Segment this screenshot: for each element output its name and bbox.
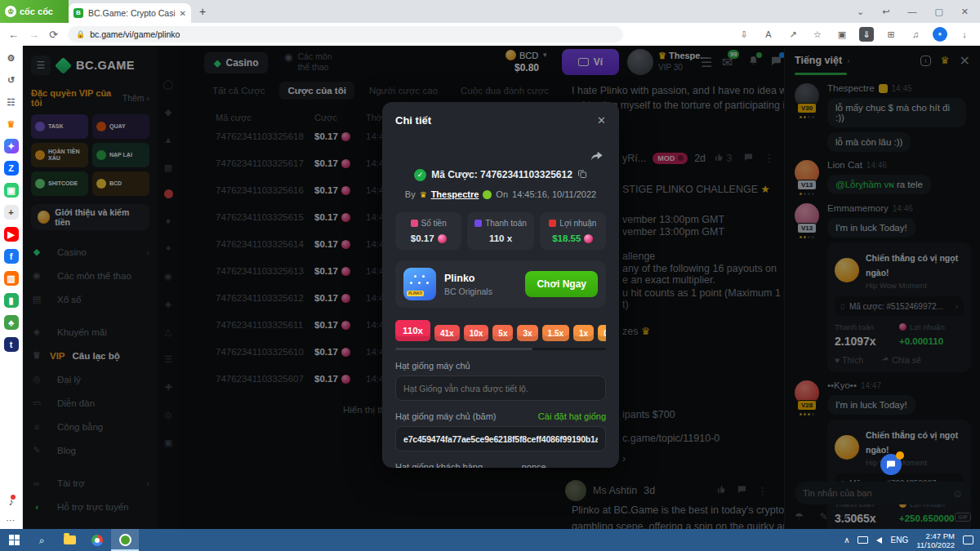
multiplier-chip[interactable]: 3x <box>517 325 537 341</box>
browser-sidebar-icon[interactable]: ⚙ <box>4 51 19 65</box>
game-provider: BC Originals <box>444 287 492 296</box>
tab-close-icon[interactable]: ✕ <box>180 9 186 18</box>
bet-id-value: 74762341103325612 <box>480 169 572 180</box>
browser-sidebar-icon[interactable]: ☷ <box>4 95 19 109</box>
profit-icon <box>549 220 556 227</box>
browser-sidebar: ⚙↺☷♛✦Z▣+▶f▥▮♣t ♪ ⋯ <box>0 46 23 529</box>
bet-datetime: 14:45:16, 10/11/2022 <box>512 189 596 199</box>
multiplier-chip[interactable]: 1.5x <box>542 325 569 341</box>
back-button[interactable]: ← <box>8 29 19 41</box>
tab-strip: ♔ cốc cốc B BC.Game: Crypto Casino Gan ✕… <box>0 0 980 23</box>
multiplier-chip[interactable]: 5x <box>492 325 513 341</box>
chrome-icon[interactable] <box>83 529 111 551</box>
browser-sidebar-icon[interactable]: Z <box>4 161 19 176</box>
bet-details-modal: Chi tiết ✕ ✓ Mã Cược: 74762341103325612 … <box>382 102 619 468</box>
modal-close-icon[interactable]: ✕ <box>597 114 606 127</box>
frog-emoji-icon <box>483 190 492 199</box>
browser-sidebar-icon[interactable]: f <box>4 249 19 264</box>
toolbar-icon[interactable]: ☆ <box>810 27 825 42</box>
taskbar-search-icon[interactable]: ⌕ <box>28 529 56 551</box>
stat-value: 110 x <box>470 233 530 243</box>
reload-button[interactable]: ⟳ <box>49 29 58 41</box>
browser-sidebar-icon[interactable]: ▮ <box>4 293 19 308</box>
bcd-coin-icon <box>584 234 593 243</box>
bcd-coin-icon <box>438 234 447 243</box>
multiplier-chip[interactable]: 10x <box>464 325 489 341</box>
browser-sidebar-icon[interactable]: ▶ <box>4 227 19 242</box>
window-maximize-button[interactable]: ▢ <box>934 7 942 17</box>
browser-toolbar: ← → ⟳ 🔒 bc.game/vi/game/plinko ⇩A↗☆▣⇓⊞♫●… <box>0 23 980 46</box>
game-name: Plinko <box>444 273 492 284</box>
tab-search-icon[interactable]: ⌄ <box>857 7 864 17</box>
new-tab-button[interactable]: + <box>199 5 206 18</box>
server-seed-input[interactable] <box>403 384 598 393</box>
toolbar-icon[interactable]: ↗ <box>786 27 800 42</box>
multiplier-chip[interactable]: 0.5x <box>598 325 606 341</box>
stat-box: Lợi nhuận$18.55 <box>540 212 606 250</box>
seed-settings-link[interactable]: Cài đặt hạt giống <box>538 411 606 421</box>
unread-badge <box>896 451 904 460</box>
notifications-bell-icon[interactable]: ♪ <box>9 496 14 508</box>
browser-sidebar-icon[interactable]: ↺ <box>4 73 19 87</box>
bettor-username-link[interactable]: Thespectre <box>431 189 479 199</box>
toolbar-icon[interactable]: ⇩ <box>737 27 751 42</box>
browser-sidebar-icon[interactable]: t <box>4 337 19 352</box>
bcgame-app: ☰ BC.GAME Đặc quyền VIP của tôi Thêm › T… <box>23 46 980 529</box>
tab-title: BC.Game: Crypto Casino Gan <box>88 8 175 18</box>
browser-sidebar-icon[interactable]: ✦ <box>4 139 19 153</box>
multiplier-chip[interactable]: 110x <box>395 320 430 341</box>
clock[interactable]: 2:47 PM 11/10/2022 <box>916 531 955 549</box>
tray-expand-icon[interactable]: ∧ <box>844 535 849 544</box>
language-indicator[interactable]: ENG <box>890 535 908 544</box>
window-minimize-button[interactable]: — <box>907 7 916 16</box>
forward-button[interactable]: → <box>29 29 39 41</box>
toolbar-icon[interactable]: ♫ <box>908 27 923 42</box>
server-seed-hash-field[interactable] <box>395 426 606 451</box>
reopen-tab-icon[interactable]: ↩ <box>882 7 889 17</box>
window-close-button[interactable]: ✕ <box>961 7 969 17</box>
client-seed-label: Hạt giống khách hàng <box>395 462 483 468</box>
action-center-icon[interactable] <box>963 535 973 544</box>
server-seed-hash-label: Hạt giống máy chủ (băm) <box>395 411 497 421</box>
lock-icon: 🔒 <box>76 30 85 38</box>
browser-tab[interactable]: B BC.Game: Crypto Casino Gan ✕ <box>69 3 191 23</box>
browser-sidebar-icon[interactable]: ♛ <box>4 117 19 131</box>
browser-sidebar-icon[interactable]: ▣ <box>4 183 19 198</box>
toolbar-icon[interactable]: ↓ <box>957 27 972 42</box>
start-button[interactable] <box>0 529 28 551</box>
server-seed-hash-input[interactable] <box>403 434 598 444</box>
volume-icon[interactable] <box>876 537 882 544</box>
stat-value: $18.55 <box>543 233 603 243</box>
plinko-game-icon[interactable]: PLINKO <box>403 268 436 300</box>
toolbar-icon[interactable]: ⊞ <box>884 27 898 42</box>
browser-sidebar-icon[interactable]: ▥ <box>4 271 19 286</box>
windows-taskbar: ⌕ ∧ ENG 2:47 PM 11/10/2022 <box>0 529 980 551</box>
crown-icon: ♛ <box>420 190 427 199</box>
file-explorer-icon[interactable] <box>56 529 83 551</box>
verified-check-icon: ✓ <box>414 169 426 181</box>
coccoc-taskbar-icon[interactable] <box>111 529 139 551</box>
sidebar-more-icon[interactable]: ⋯ <box>7 515 16 526</box>
browser-sidebar-icon[interactable]: ♣ <box>4 315 19 330</box>
brand-label: cốc cốc <box>20 7 53 16</box>
toolbar-icon[interactable]: A <box>761 27 776 42</box>
copy-icon[interactable] <box>577 167 587 182</box>
payout-icon <box>474 220 482 227</box>
play-now-button[interactable]: Chơi Ngay <box>525 271 598 297</box>
multiplier-chip[interactable]: 1x <box>573 325 594 341</box>
coccoc-brand[interactable]: ♔ cốc cốc <box>0 0 69 23</box>
server-seed-field[interactable] <box>395 375 606 401</box>
toolbar-icon[interactable]: ⇓ <box>859 27 874 42</box>
address-bar[interactable]: 🔒 bc.game/vi/game/plinko <box>68 26 623 42</box>
toolbar-icon[interactable]: ▣ <box>835 27 849 42</box>
url-text[interactable]: bc.game/vi/game/plinko <box>90 29 180 39</box>
share-icon[interactable] <box>590 149 604 166</box>
toolbar-icon[interactable]: ● <box>933 27 947 42</box>
multiplier-chip[interactable]: 41x <box>434 325 460 341</box>
bcgame-favicon-icon: B <box>74 8 83 18</box>
game-card: PLINKO Plinko BC Originals Chơi Ngay <box>395 260 606 308</box>
chat-widget-bubble[interactable] <box>880 454 902 475</box>
chips-scrollbar[interactable] <box>395 348 606 350</box>
network-icon[interactable] <box>858 536 868 544</box>
browser-sidebar-icon[interactable]: + <box>4 205 19 220</box>
